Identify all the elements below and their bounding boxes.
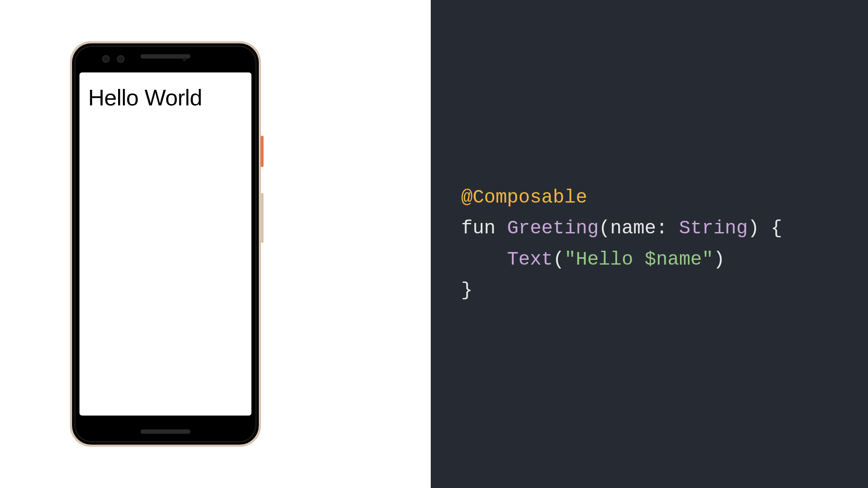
front-camera-icon [102,55,110,63]
type-name: String [679,217,748,239]
param-name: name [610,217,656,239]
phone-mockup: Hello World [70,41,261,447]
code-panel: @Composable fun Greeting(name: String) {… [431,0,868,488]
call-close: ) [713,249,725,270]
code-snippet: @Composable fun Greeting(name: String) {… [461,182,782,306]
phone-screen: Hello World [79,72,251,416]
front-camera-2-icon [117,55,125,63]
colon: : [656,217,679,239]
paren-open: ( [599,217,610,239]
text-call: Text [507,249,553,270]
keyword-fun: fun [461,217,495,239]
paren-close: ) [748,217,759,239]
brace-open: { [759,217,782,239]
preview-panel: Hello World [0,0,431,488]
brace-close: } [461,279,472,301]
annotation-token: @Composable [461,187,587,208]
bottom-speaker-icon [141,429,191,434]
power-button-icon [261,136,264,167]
function-name: Greeting [507,217,599,239]
string-literal: "Hello $name" [564,249,713,270]
call-open: ( [553,249,564,270]
greeting-text: Hello World [88,85,243,111]
volume-button-icon [261,193,264,243]
indent [461,249,507,270]
sensor-icon [183,58,186,61]
